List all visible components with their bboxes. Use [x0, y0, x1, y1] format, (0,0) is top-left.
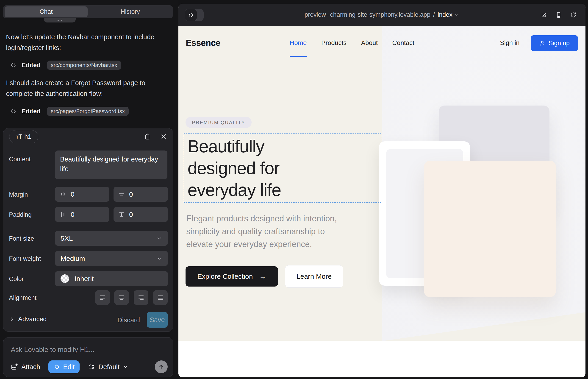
color-select[interactable]: Inherit: [55, 271, 168, 286]
assistant-message: I should also create a Forgot Password p…: [6, 78, 157, 99]
code-icon: [10, 62, 16, 68]
chevron-down-icon: [156, 235, 162, 241]
save-button[interactable]: Save: [147, 312, 168, 328]
browser-toolbar: preview--charming-site-symphony.lovable.…: [178, 4, 586, 26]
chevron-right-icon: [9, 316, 15, 322]
arrow-up-icon: [158, 364, 164, 370]
file-badge[interactable]: src/pages/ForgotPassword.tsx: [47, 107, 129, 116]
open-in-new-tab-icon[interactable]: [541, 12, 547, 18]
padding-horizontal-icon: [60, 211, 66, 218]
sign-up-button[interactable]: Sign up: [531, 35, 578, 51]
edited-file-row: Edited src/components/Navbar.tsx: [10, 61, 121, 70]
align-right-icon: [138, 294, 144, 301]
content-textarea[interactable]: Beautifully designed for everyday life: [55, 151, 167, 179]
padding-label: Padding: [9, 211, 32, 218]
url-separator: /: [433, 11, 435, 18]
margin-label: Margin: [9, 191, 28, 198]
chevron-down-icon: [123, 364, 128, 370]
attach-button[interactable]: Attach: [11, 363, 40, 371]
arrow-right-icon: →: [259, 272, 266, 280]
nav-link-about[interactable]: About: [361, 39, 378, 47]
sign-in-link[interactable]: Sign in: [500, 39, 520, 47]
decor-card-peach: [424, 161, 556, 297]
element-tag-pill: TT h1: [9, 130, 38, 143]
mobile-view-icon[interactable]: [556, 12, 562, 18]
target-icon: [53, 363, 60, 370]
padding-vertical-icon: [118, 211, 125, 218]
delete-element-button[interactable]: [142, 131, 152, 142]
margin-y-input[interactable]: 0: [113, 187, 168, 202]
chevron-down-icon: [454, 12, 459, 17]
hero-badge: PREMIUM QUALITY: [186, 117, 252, 128]
align-right-button[interactable]: [134, 290, 148, 305]
align-justify-button[interactable]: [153, 290, 168, 305]
prompt-composer: Ask Lovable to modify H1... Attach Edit …: [3, 337, 173, 377]
padding-row: 0 0: [55, 207, 168, 222]
color-label: Color: [9, 276, 24, 283]
learn-more-button[interactable]: Learn More: [285, 265, 343, 288]
font-size-select[interactable]: 5XL: [55, 231, 168, 246]
hero-heading[interactable]: Beautifully designed for everyday life: [187, 135, 281, 201]
prompt-input[interactable]: Ask Lovable to modify H1...: [11, 346, 94, 354]
url-bar[interactable]: preview--charming-site-symphony.lovable.…: [178, 4, 586, 26]
url-page: index: [438, 11, 452, 18]
nav-link-home[interactable]: Home: [290, 39, 307, 47]
edited-label: Edited: [22, 108, 41, 115]
margin-row: 0 0: [55, 187, 168, 202]
element-editor-panel: TT h1 Content Beautifully designed for e…: [3, 128, 173, 332]
sliders-icon: [88, 363, 95, 370]
attach-image-icon: [11, 363, 18, 371]
explore-collection-button[interactable]: Explore Collection →: [186, 266, 278, 286]
composer-toolbar: Attach Edit Default: [11, 360, 168, 373]
site-nav: Home Products About Contact: [290, 39, 414, 47]
code-icon: [185, 9, 197, 21]
align-left-icon: [99, 294, 106, 301]
edited-file-row: Edited src/pages/ForgotPassword.tsx: [10, 107, 129, 116]
alignment-label: Alignment: [9, 294, 36, 301]
browser-actions: [541, 4, 576, 26]
code-preview-toggle[interactable]: [185, 9, 204, 21]
transparent-swatch-icon: [61, 274, 69, 283]
margin-x-input[interactable]: 0: [55, 187, 109, 202]
font-weight-select[interactable]: Medium: [55, 251, 168, 266]
font-size-label: Font size: [9, 235, 34, 242]
send-button[interactable]: [155, 360, 168, 373]
close-icon: [160, 133, 167, 140]
user-icon: [539, 40, 546, 46]
close-panel-button[interactable]: [159, 131, 169, 142]
mode-select[interactable]: Default: [88, 363, 128, 371]
align-left-button[interactable]: [95, 290, 110, 305]
chevron-down-icon: [156, 255, 162, 262]
preview-window: preview--charming-site-symphony.lovable.…: [178, 4, 586, 377]
margin-vertical-icon: [118, 191, 125, 198]
font-weight-label: Font weight: [9, 255, 41, 262]
edited-label: Edited: [22, 62, 41, 69]
advanced-toggle[interactable]: Advanced: [9, 316, 47, 323]
site-canvas: Essence Home Products About Contact Sign…: [178, 26, 586, 377]
refresh-icon[interactable]: [570, 12, 576, 18]
file-badge[interactable]: src/components/Navbar.tsx: [47, 61, 121, 70]
discard-button[interactable]: Discard: [118, 316, 139, 325]
tab-history[interactable]: History: [88, 5, 173, 18]
assistant-message: Now let's update the Navbar component to…: [6, 32, 157, 53]
nav-link-contact[interactable]: Contact: [392, 39, 414, 47]
padding-x-input[interactable]: 0: [55, 207, 109, 222]
chat-history-tabs: Chat History: [3, 5, 173, 18]
nav-link-products[interactable]: Products: [321, 39, 347, 47]
url-host: preview--charming-site-symphony.lovable.…: [305, 11, 431, 18]
padding-y-input[interactable]: 0: [113, 207, 168, 222]
margin-horizontal-icon: [60, 191, 66, 198]
typography-icon: TT: [16, 133, 22, 141]
align-center-icon: [118, 294, 125, 301]
hero-paragraph: Elegant products designed with intention…: [186, 212, 337, 251]
align-justify-icon: [157, 294, 164, 301]
align-center-button[interactable]: [114, 290, 129, 305]
code-icon: [10, 108, 16, 114]
element-tag: h1: [24, 133, 31, 141]
edit-mode-button[interactable]: Edit: [48, 360, 79, 373]
site-logo[interactable]: Essence: [186, 38, 220, 48]
lovable-side-panel: Chat History Now let's update the Navbar…: [0, 0, 178, 379]
trash-icon: [144, 133, 151, 140]
tab-chat[interactable]: Chat: [5, 6, 88, 17]
content-label: Content: [9, 156, 31, 163]
